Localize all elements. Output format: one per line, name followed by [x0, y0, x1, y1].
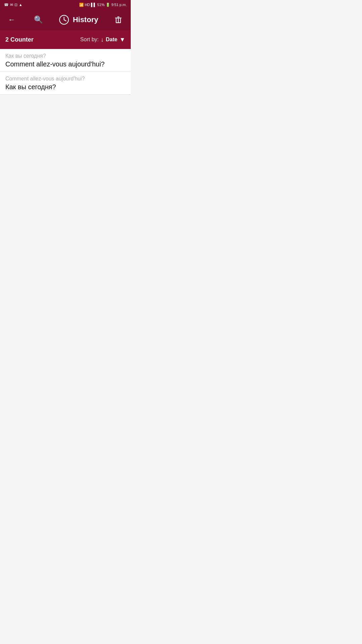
- history-item-2-target: Как вы сегодня?: [5, 83, 125, 91]
- counter-label: 2 Counter: [5, 36, 34, 43]
- status-icons-right: 📶 HD ▌▌ 51% 🔋 9:51 p.m.: [79, 3, 127, 7]
- sub-toolbar: 2 Counter Sort by: ↓ Date ▼: [0, 30, 131, 49]
- hd-icon: HD: [85, 3, 90, 7]
- app-toolbar: ← 🔍 History: [0, 9, 131, 30]
- message-icon: ✉: [10, 3, 13, 7]
- trash-icon: [114, 15, 123, 24]
- search-button[interactable]: 🔍: [31, 13, 46, 27]
- history-item-2[interactable]: Comment allez-vous aujourd'hui? Как вы с…: [0, 72, 131, 95]
- history-item-1-target: Comment allez-vous aujourd'hui?: [5, 60, 125, 68]
- history-item-1[interactable]: Как вы сегодня? Comment allez-vous aujou…: [0, 49, 131, 72]
- battery-icon: 🔋: [106, 3, 110, 7]
- alert-icon: ▲: [19, 3, 22, 7]
- sort-area[interactable]: Sort by: ↓ Date ▼: [80, 36, 125, 43]
- sort-dropdown-icon[interactable]: ▼: [119, 36, 125, 43]
- status-icons-left: ☎ ✉ ⊡ ▲: [4, 3, 22, 7]
- back-button[interactable]: ←: [5, 13, 18, 27]
- svg-line-2: [64, 20, 66, 21]
- signal-icon: ▌▌: [91, 3, 97, 7]
- battery-percent: 51%: [97, 3, 105, 7]
- svg-rect-8: [118, 18, 119, 23]
- sort-value: Date: [106, 37, 117, 43]
- back-arrow-icon: ←: [8, 15, 15, 24]
- image-icon: ⊡: [14, 3, 17, 7]
- svg-rect-4: [117, 16, 120, 17]
- whatsapp-icon: ☎: [4, 3, 9, 7]
- history-item-1-source: Как вы сегодня?: [5, 53, 125, 59]
- svg-rect-3: [115, 18, 122, 18]
- toolbar-center: History: [59, 14, 98, 25]
- search-icon: 🔍: [34, 15, 43, 24]
- wifi-icon: 📶: [79, 3, 84, 7]
- history-clock-icon: [59, 14, 69, 25]
- delete-button[interactable]: [111, 13, 125, 27]
- history-list: Как вы сегодня? Comment allez-vous aujou…: [0, 49, 131, 95]
- svg-rect-6: [120, 18, 121, 23]
- status-bar: ☎ ✉ ⊡ ▲ 📶 HD ▌▌ 51% 🔋 9:51 p.m.: [0, 0, 131, 9]
- sort-direction-icon: ↓: [101, 36, 104, 43]
- history-item-2-source: Comment allez-vous aujourd'hui?: [5, 76, 125, 82]
- page-title: History: [73, 15, 98, 24]
- svg-rect-5: [116, 18, 116, 23]
- sort-by-label: Sort by:: [80, 37, 99, 43]
- time-display: 9:51 p.m.: [111, 3, 127, 7]
